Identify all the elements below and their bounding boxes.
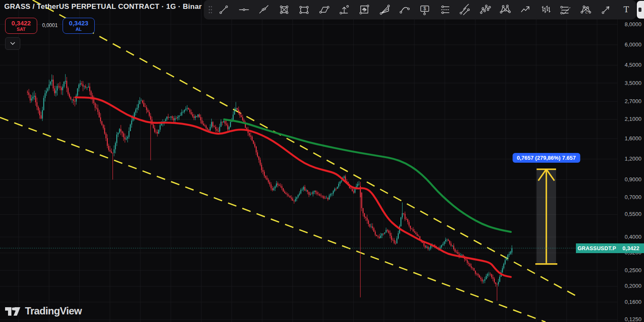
zigzag-arrow-icon bbox=[520, 4, 532, 16]
toolbar-tool-trend-line[interactable] bbox=[217, 2, 230, 17]
price-label-icon: $ bbox=[419, 4, 431, 16]
sell-price: 0,3422 bbox=[11, 19, 31, 27]
overflow-glyph bbox=[639, 8, 641, 12]
parallelogram-icon bbox=[318, 4, 330, 16]
price-axis-tick: 1,2000 bbox=[625, 156, 641, 162]
text-icon: T bbox=[620, 4, 632, 16]
toolbar-tool-elliott-wave[interactable] bbox=[479, 2, 492, 17]
svg-text:C: C bbox=[585, 11, 588, 14]
toolbar-tool-parallel-channel[interactable] bbox=[459, 2, 471, 17]
price-range-icon bbox=[339, 4, 351, 16]
toolbar-drag-handle[interactable] bbox=[207, 5, 213, 14]
price-axis[interactable]: 8,00006,00004,50003,50002,70002,10001,60… bbox=[617, 0, 644, 322]
toolbar-tool-price-range[interactable] bbox=[338, 2, 351, 17]
chart-app: GRASS / TetherUS PERPETUAL CONTRACT · 1G… bbox=[0, 0, 644, 322]
fib-retracement-icon bbox=[439, 4, 451, 16]
spread-value: 0,0001 bbox=[38, 22, 62, 28]
svg-text:T: T bbox=[624, 5, 629, 14]
tradingview-logo-icon bbox=[4, 304, 21, 318]
price-range-tool-drawing[interactable] bbox=[535, 169, 557, 264]
curve-icon bbox=[399, 4, 411, 16]
price-axis-tick: 0,1600 bbox=[625, 299, 641, 306]
toolbar-tool-price-label[interactable]: $ bbox=[419, 2, 431, 17]
sell-button[interactable]: 0,3422 SAT bbox=[5, 18, 37, 34]
candles-layer bbox=[27, 74, 512, 300]
price-axis-tick: 4,5000 bbox=[625, 62, 641, 68]
toolbar-tool-gann-box[interactable] bbox=[278, 2, 290, 17]
price-axis-tick: 3,5000 bbox=[625, 80, 641, 87]
buy-button[interactable]: 0,3423 AL bbox=[63, 18, 95, 34]
toolbar-tools: $CT bbox=[217, 2, 633, 17]
ray-arrow-icon bbox=[600, 4, 612, 16]
toolbar-tool-curve[interactable] bbox=[398, 2, 411, 17]
collapse-panel-button[interactable] bbox=[5, 37, 20, 50]
disjoint-line-icon bbox=[258, 4, 270, 16]
price-axis-tick: 0,2500 bbox=[625, 267, 641, 274]
rectangle-icon bbox=[298, 4, 310, 16]
price-axis-tick: 6,0000 bbox=[625, 41, 641, 48]
toolbar-tool-parallelogram[interactable] bbox=[318, 2, 331, 17]
drag-dots-icon bbox=[208, 5, 213, 14]
chevron-down-icon bbox=[10, 42, 15, 45]
price-axis-tick: 0,9000 bbox=[625, 176, 641, 183]
xabcd-pattern-icon bbox=[499, 4, 511, 16]
price-axis-tick: 0,2000 bbox=[625, 283, 641, 289]
toolbar-tool-zigzag-arrow[interactable] bbox=[519, 2, 532, 17]
toolbar-tool-cypher-pattern[interactable]: C bbox=[580, 2, 592, 17]
descending-channel-drawing[interactable] bbox=[0, 0, 581, 322]
price-axis-tick: 8,0000 bbox=[625, 21, 641, 28]
price-axis-tick: 0,5500 bbox=[625, 211, 641, 218]
toolbar-tool-bar-pattern[interactable] bbox=[540, 2, 552, 17]
gann-box-icon bbox=[278, 4, 290, 16]
drawing-toolbar: $CT bbox=[204, 0, 636, 19]
toolbar-tool-text[interactable]: T bbox=[620, 2, 633, 17]
buy-price: 0,3423 bbox=[69, 19, 88, 27]
price-range-measure-label[interactable]: 0,7657 (279,86%) 7.657 bbox=[512, 153, 580, 163]
trend-line-icon bbox=[218, 4, 230, 16]
price-axis-tick: 2,7000 bbox=[625, 98, 641, 105]
price-axis-tick: 1,6000 bbox=[625, 135, 641, 142]
elliott-wave-icon bbox=[480, 4, 491, 16]
tradingview-logo[interactable]: TradingView bbox=[4, 304, 82, 318]
toolbar-tool-fib-retracement[interactable] bbox=[439, 2, 452, 17]
parallel-channel-icon bbox=[459, 4, 471, 16]
toolbar-tool-horizontal-line[interactable] bbox=[238, 2, 250, 17]
price-axis-tick: 0,4000 bbox=[625, 234, 641, 240]
symbol-price-line-label: GRASSUSDT.P bbox=[576, 243, 618, 253]
price-axis-tick: 0,1250 bbox=[625, 316, 641, 322]
toolbar-tool-disjoint-line[interactable] bbox=[258, 2, 270, 17]
symbol-title[interactable]: GRASS / TetherUS PERPETUAL CONTRACT · 1G… bbox=[4, 3, 203, 11]
toolbar-tool-date-price-range[interactable] bbox=[358, 2, 371, 17]
toolbar-tool-ray-arrow[interactable] bbox=[600, 2, 612, 17]
buy-label: AL bbox=[76, 27, 82, 32]
toolbar-tool-fib-channel[interactable] bbox=[559, 2, 572, 17]
tradingview-logo-text: TradingView bbox=[25, 305, 82, 317]
price-axis-tick: 0,7000 bbox=[625, 194, 641, 201]
sell-label: SAT bbox=[16, 27, 25, 32]
price-axis-tick: 2,1000 bbox=[625, 116, 641, 123]
cypher-pattern-icon: C bbox=[580, 4, 592, 16]
svg-text:$: $ bbox=[423, 6, 426, 11]
horizontal-line-icon bbox=[238, 4, 250, 16]
date-price-range-icon bbox=[359, 4, 370, 16]
toolbar-tool-rectangle[interactable] bbox=[298, 2, 310, 17]
toolbar-tool-pitchfan[interactable] bbox=[378, 2, 391, 17]
toolbar-tool-xabcd-pattern[interactable] bbox=[499, 2, 512, 17]
current-price-axis-label: 0,3422 bbox=[618, 243, 644, 253]
bar-pattern-icon bbox=[540, 4, 552, 16]
toolbar-overflow-button[interactable] bbox=[637, 1, 644, 19]
fib-channel-icon bbox=[560, 4, 572, 16]
pitchfan-icon bbox=[379, 4, 391, 16]
